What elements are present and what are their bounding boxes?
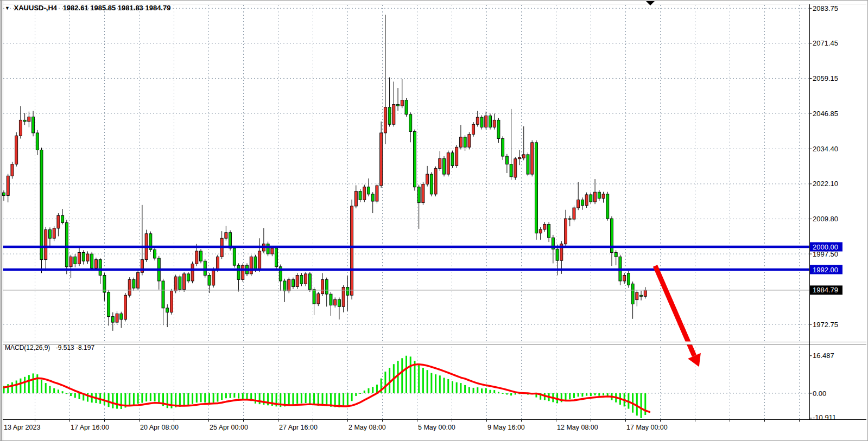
candle-bearish xyxy=(292,279,294,286)
time-axis-label[interactable]: 5 May 00:00 xyxy=(418,424,455,431)
macd-histogram-bar xyxy=(192,393,193,404)
macd-axis-label[interactable]: 0.00 xyxy=(813,389,826,398)
price-chart-canvas[interactable]: 2083.752071.452059.152046.852034.402022.… xyxy=(1,1,868,441)
price-axis-label[interactable]: 2022.10 xyxy=(813,180,838,188)
macd-histogram-bar xyxy=(255,393,256,404)
candle-bearish xyxy=(627,273,630,285)
candle-bearish xyxy=(132,279,135,288)
macd-histogram-bar xyxy=(116,393,118,409)
symbol-period-label: XAUUSD-,H4 xyxy=(14,4,57,12)
candle-bullish xyxy=(468,135,471,148)
time-axis-label[interactable]: 13 Apr 2023 xyxy=(4,424,40,431)
candle-bullish xyxy=(258,251,261,270)
time-axis-label[interactable]: 17 Apr 16:00 xyxy=(71,424,109,431)
candle-bearish xyxy=(74,257,77,264)
chart-window: 2083.752071.452059.152046.852034.402022.… xyxy=(0,0,868,441)
macd-histogram-bar xyxy=(196,393,198,402)
price-axis-label[interactable]: 2046.85 xyxy=(813,110,838,118)
candle-bullish xyxy=(57,215,60,228)
macd-histogram-bar xyxy=(594,393,596,395)
macd-histogram-bar xyxy=(145,393,147,401)
time-axis-label[interactable]: 27 Apr 16:00 xyxy=(279,424,318,431)
candle-bullish xyxy=(212,270,215,285)
chart-shift-marker-icon[interactable] xyxy=(646,1,655,5)
candle-bullish xyxy=(472,124,475,134)
macd-histogram-bar xyxy=(233,393,235,398)
macd-histogram-bar xyxy=(493,390,495,393)
time-axis-label[interactable]: 17 May 00:00 xyxy=(626,424,668,431)
macd-histogram-bar xyxy=(506,393,508,395)
level-price-tag-label: 2000.00 xyxy=(813,243,838,251)
time-axis-label[interactable]: 12 May 08:00 xyxy=(557,424,598,431)
macd-histogram-bar xyxy=(565,393,567,400)
price-axis-label[interactable]: 1972.75 xyxy=(813,321,838,329)
candle-bearish xyxy=(590,195,592,202)
candle-bearish xyxy=(581,200,584,206)
time-axis-label[interactable]: 20 Apr 08:00 xyxy=(140,424,179,431)
price-axis-label[interactable]: 2034.40 xyxy=(813,145,838,153)
candle-bullish xyxy=(455,147,458,165)
candle-bullish xyxy=(183,274,186,290)
candle-bearish xyxy=(330,294,332,305)
candle-bullish xyxy=(493,120,496,127)
candle-bullish xyxy=(195,251,198,264)
price-axis-label[interactable]: 2071.45 xyxy=(813,39,838,47)
candle-bearish xyxy=(107,292,110,317)
macd-histogram-bar xyxy=(137,393,139,404)
candle-bearish xyxy=(614,253,617,257)
macd-histogram-bar xyxy=(238,393,239,399)
price-axis-label[interactable]: 2083.75 xyxy=(813,4,838,12)
price-axis-label[interactable]: 2009.80 xyxy=(813,215,838,223)
macd-histogram-bar xyxy=(217,393,218,402)
candle-bullish xyxy=(334,299,337,305)
macd-histogram-bar xyxy=(447,379,449,393)
candle-bullish xyxy=(565,219,567,244)
candle-bullish xyxy=(422,184,425,203)
macd-axis-label[interactable]: -10.911 xyxy=(813,413,836,421)
macd-histogram-bar xyxy=(33,373,34,393)
macd-histogram-bar xyxy=(221,393,223,400)
candle-bullish xyxy=(124,295,126,319)
candle-bearish xyxy=(82,253,85,261)
candle-bearish xyxy=(548,225,550,238)
candle-bearish xyxy=(99,260,102,276)
macd-histogram-bar xyxy=(187,393,189,405)
level-price-tag-label: 1992.00 xyxy=(813,266,838,274)
macd-signal-line xyxy=(4,365,649,412)
macd-histogram-bar xyxy=(292,393,294,405)
macd-histogram-bar xyxy=(427,370,428,393)
candle-bearish xyxy=(162,281,164,308)
macd-histogram-bar xyxy=(208,393,210,403)
candle-bullish xyxy=(363,187,366,200)
macd-histogram-bar xyxy=(460,383,461,393)
candle-bearish xyxy=(568,219,571,219)
candle-bearish xyxy=(367,187,370,194)
macd-histogram-bar xyxy=(313,393,315,405)
candle-bullish xyxy=(573,208,575,219)
candle-bearish xyxy=(36,133,39,150)
candle-bullish xyxy=(225,233,227,239)
price-axis-label[interactable]: 2059.15 xyxy=(813,74,838,82)
candle-bullish xyxy=(514,159,517,177)
time-axis-label[interactable]: 9 May 16:00 xyxy=(487,424,525,431)
macd-histogram-bar xyxy=(456,382,458,393)
macd-histogram-bar xyxy=(158,393,160,403)
macd-histogram-bar xyxy=(141,393,143,403)
macd-histogram-bar xyxy=(384,372,386,393)
time-axis-label[interactable]: 25 Apr 00:00 xyxy=(210,424,248,431)
macd-histogram-bar xyxy=(28,375,30,393)
candle-bullish xyxy=(426,174,429,184)
macd-histogram-bar xyxy=(598,393,600,396)
macd-histogram-bar xyxy=(389,368,390,393)
macd-histogram-bar xyxy=(305,393,307,403)
macd-histogram-bar xyxy=(569,393,571,399)
macd-axis-label[interactable]: 16.487 xyxy=(813,351,834,360)
candle-bullish xyxy=(53,228,55,238)
candle-bearish xyxy=(405,100,408,114)
time-axis-label[interactable]: 2 May 08:00 xyxy=(349,424,386,431)
candle-bullish xyxy=(305,274,307,284)
macd-histogram-bar xyxy=(7,384,9,393)
chevron-down-icon[interactable]: ▼ xyxy=(5,5,10,11)
macd-histogram-bar xyxy=(309,393,311,404)
macd-histogram-bar xyxy=(41,380,42,393)
